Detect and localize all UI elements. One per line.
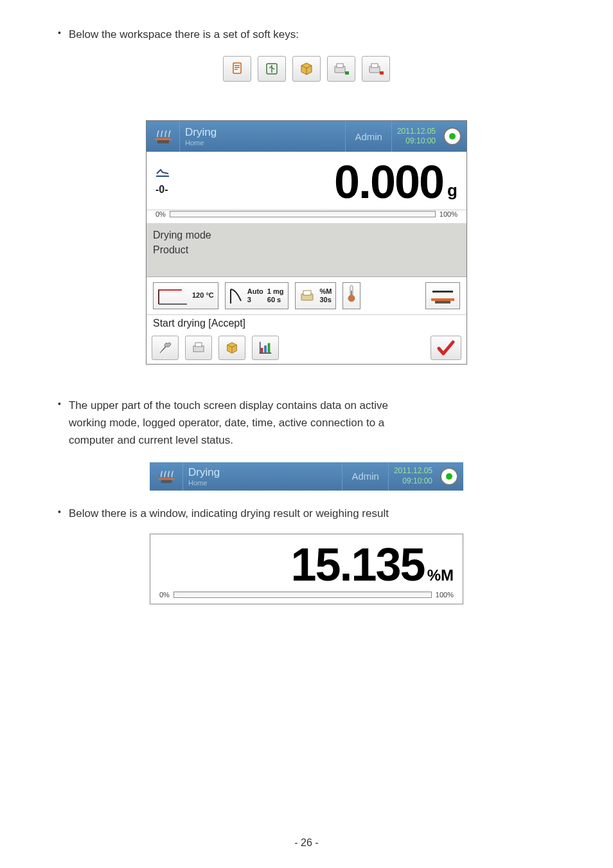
svg-rect-18 [432,291,453,293]
auto-param[interactable]: Auto 3 1 mg 60 s [225,282,289,309]
progress-row: 0% 100% [147,210,466,223]
sec-label: 60 s [267,296,284,304]
soft-key-3[interactable] [292,56,321,82]
printer-icon [299,288,316,303]
para2-line2: working mode, logged operator, date, tim… [69,414,388,431]
mini-sub: Home [188,479,342,487]
package-button[interactable] [218,336,245,360]
mini-titlebar: Drying Home Admin 2011.12.05 09:10:00 [150,462,463,491]
titlebar: Drying Home Admin 2011.12.05 09:10:00 [147,121,466,152]
svg-rect-7 [345,71,349,75]
user-label[interactable]: Admin [345,121,392,152]
mode-line-1: Drying mode [153,228,460,242]
svg-rect-9 [371,64,378,68]
bottom-button-row [147,332,466,364]
zero-indicator: -0- [155,184,168,195]
mode-icon[interactable] [147,121,180,152]
progress-bar [170,211,436,217]
mini-title: Drying [188,466,342,479]
progress-left-label: 0% [155,210,166,218]
svg-rect-26 [158,478,173,480]
printer-small-icon [191,340,206,356]
bullet-soft-keys: • Below the workspace there is a set of … [58,26,555,43]
svg-rect-17 [351,291,352,297]
bullet-text: Below the workspace there is a set of so… [69,26,299,43]
package-icon [299,61,314,77]
print-param[interactable]: %M 30s [295,282,337,309]
mode-area: Drying mode Product [147,223,466,277]
tools-button[interactable] [152,336,179,360]
bullet-result-window: • Below there is a window, indicating dr… [58,505,555,522]
thermo-param[interactable] [342,282,360,309]
svg-rect-20 [435,301,450,303]
svg-rect-24 [264,345,267,352]
bullet-upper-part: • The upper part of the touch screen dis… [58,397,555,449]
print-button[interactable] [185,336,212,360]
result-window: 15.135 %M 0% 100% [150,534,463,604]
dryer-icon [152,127,174,146]
mode-subtitle: Home [185,139,345,147]
pct-m-label: %M [320,287,332,296]
spacer [285,336,424,360]
svg-rect-6 [337,64,343,68]
temp-graph-icon [157,286,188,305]
mode-line-2: Product [153,243,460,257]
soft-key-2[interactable] [258,56,286,82]
svg-rect-25 [268,343,271,353]
svg-rect-19 [431,298,454,301]
svg-rect-2 [235,67,240,68]
time-value: 09:10:00 [397,136,436,147]
svg-rect-23 [261,348,263,352]
svg-rect-12 [157,140,169,143]
level-icon [155,168,170,177]
interval-label: 30s [320,296,332,304]
printer-green-icon [332,61,350,77]
mini-datetime: 2011.12.05 09:10:00 [389,466,438,486]
mode-title: Drying [185,126,345,139]
temp-param[interactable]: 120 °C [153,282,218,309]
chart-button[interactable] [252,336,279,360]
para3-text: Below there is a window, indicating dryi… [69,505,389,522]
params-row: 120 °C Auto 3 1 mg 60 s %M 30 [147,277,466,314]
svg-rect-27 [161,480,172,483]
connection-led [443,127,461,145]
soft-key-4[interactable] [327,56,355,82]
result-progress-left: 0% [159,591,170,599]
auto-label: Auto [247,287,263,296]
svg-rect-1 [235,65,240,66]
weight-unit: g [443,181,458,208]
datetime: 2011.12.05 09:10:00 [392,127,441,147]
para2-line3: computer and current level status. [69,431,388,449]
auto-graph-icon [229,287,244,305]
page-number: - 26 - [0,837,613,849]
svg-rect-22 [195,343,202,347]
package-small-icon [225,341,239,355]
printer-red-icon [367,61,385,77]
temp-value: 120 °C [192,291,214,300]
titlebar-titles: Drying Home [180,126,345,147]
mg-label: 1 mg [267,287,284,296]
soft-keys-row [58,56,555,82]
soft-key-1[interactable] [223,56,251,82]
led-dot-icon [446,473,452,480]
soft-key-5[interactable] [362,56,390,82]
bullet-dot: • [58,397,61,449]
led-dot-icon [449,133,456,140]
usb-icon [264,61,280,77]
date-value: 2011.12.05 [397,127,436,137]
bar-chart-icon [258,341,272,355]
result-value: 15.135 [290,538,424,591]
para2-line1: The upper part of the touch screen displ… [69,397,388,414]
svg-rect-14 [303,291,311,295]
dryer-small-icon [430,287,456,305]
mini-user[interactable]: Admin [342,462,389,491]
dryer-param[interactable] [425,282,460,309]
mini-mode-icon[interactable] [150,462,183,491]
accept-button[interactable] [431,336,461,360]
thermometer-icon [347,284,356,302]
result-unit: %M [427,566,454,584]
weigh-area: -0- 0.000 g [147,152,466,210]
mini-led [440,467,458,485]
progress-right-label: 100% [440,210,458,218]
checkmark-icon [436,339,456,356]
